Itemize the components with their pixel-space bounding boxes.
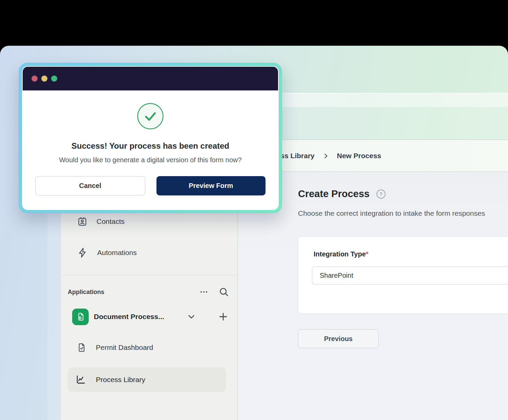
- sidebar-item-contacts[interactable]: Contacts: [61, 212, 237, 231]
- integration-type-label: Integration Type*: [314, 250, 368, 258]
- chevron-right-icon: [323, 153, 329, 159]
- modal-body: Success! Your process has been created W…: [23, 90, 278, 209]
- window-minimize-dot[interactable]: [41, 76, 47, 82]
- sidebar-divider: [61, 275, 237, 275]
- required-asterisk: *: [366, 250, 368, 258]
- sidebar-app-document-process[interactable]: Document Process...: [61, 306, 237, 328]
- document-gear-icon: [72, 309, 89, 325]
- contact-card-icon: [77, 216, 88, 227]
- window-close-dot[interactable]: [31, 76, 38, 82]
- sidebar-item-label: Permit Dashboard: [96, 343, 153, 352]
- page-description: Choose the correct integration to intake…: [298, 209, 485, 217]
- sidebar-item-label: Process Library: [96, 376, 145, 384]
- breadcrumb-item-new-process: New Process: [337, 152, 381, 160]
- previous-button[interactable]: Previous: [298, 329, 379, 348]
- sidebar-item-permit-dashboard[interactable]: Permit Dashboard: [61, 337, 237, 358]
- window-zoom-dot[interactable]: [51, 76, 57, 82]
- modal-titlebar: [23, 67, 278, 90]
- search-icon[interactable]: [218, 287, 229, 297]
- sidebar-item-process-library[interactable]: Process Library: [68, 368, 226, 392]
- modal-subtitle: Would you like to generate a digital ver…: [59, 156, 242, 164]
- preview-form-button[interactable]: Preview Form: [156, 176, 266, 195]
- chevron-down-icon[interactable]: [186, 312, 196, 322]
- integration-card: Integration Type*: [298, 236, 508, 314]
- modal-window: Success! Your process has been created W…: [22, 66, 279, 210]
- sidebar-item-label: Automations: [97, 249, 137, 257]
- integration-type-input[interactable]: [312, 267, 508, 285]
- screen: Process Library New Process: [0, 0, 508, 420]
- app-label: Document Process...: [94, 313, 164, 321]
- ellipsis-menu-icon[interactable]: [198, 287, 209, 297]
- svg-text:?: ?: [380, 191, 383, 197]
- success-modal: Success! Your process has been created W…: [19, 63, 282, 213]
- help-icon[interactable]: ?: [376, 189, 386, 199]
- page-title: Create Process: [298, 188, 369, 200]
- plus-icon[interactable]: [218, 311, 229, 322]
- applications-section-header: Applications: [61, 284, 237, 300]
- applications-section-label: Applications: [68, 289, 104, 296]
- sidebar-item-automations[interactable]: Automations: [61, 243, 237, 262]
- chart-line-icon: [75, 374, 86, 385]
- modal-title: Success! Your process has been created: [71, 141, 229, 151]
- lightning-icon: [77, 247, 88, 258]
- document-check-icon: [76, 342, 87, 353]
- cancel-button[interactable]: Cancel: [35, 176, 145, 195]
- sidebar-item-label: Contacts: [97, 217, 125, 226]
- success-check-icon: [137, 103, 164, 130]
